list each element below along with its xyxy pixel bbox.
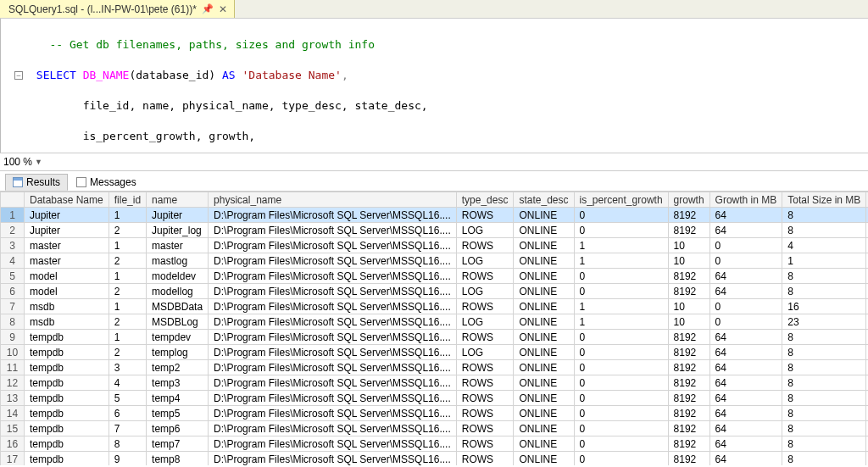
cell[interactable]: 64 — [709, 330, 782, 345]
cell[interactable]: D:\Program Files\Microsoft SQL Server\MS… — [209, 360, 457, 375]
cell[interactable]: 64 — [709, 345, 782, 360]
table-row[interactable]: 10tempdb2templogD:\Program Files\Microso… — [1, 345, 869, 360]
table-row[interactable]: 14tempdb6temp5D:\Program Files\Microsoft… — [1, 406, 869, 421]
rownum-header[interactable] — [1, 192, 25, 208]
cell[interactable]: D:\Program Files\Microsoft SQL Server\MS… — [209, 208, 457, 223]
cell[interactable]: 0 — [574, 345, 668, 360]
column-header[interactable]: is_percent_growth — [574, 192, 668, 208]
row-number[interactable]: 6 — [1, 284, 25, 299]
cell[interactable]: model — [25, 284, 109, 299]
cell[interactable]: master — [25, 253, 109, 269]
cell[interactable]: D:\Program Files\Microsoft SQL Server\MS… — [209, 269, 457, 284]
cell[interactable]: ROWS — [456, 238, 514, 253]
table-row[interactable]: 8msdb2MSDBLogD:\Program Files\Microsoft … — [1, 314, 869, 330]
column-header[interactable]: state_desc — [514, 192, 574, 208]
cell[interactable]: tempdb — [25, 436, 109, 452]
cell[interactable]: ROWS — [456, 436, 514, 452]
cell[interactable]: 8 — [782, 269, 866, 284]
cell[interactable]: D:\Program Files\Microsoft SQL Server\MS… — [209, 391, 457, 406]
cell[interactable]: ONLINE — [514, 436, 574, 452]
cell[interactable]: modellog — [147, 284, 209, 299]
cell[interactable]: master — [25, 238, 109, 253]
cell[interactable]: ROWS — [456, 269, 514, 284]
column-header[interactable]: growth — [668, 192, 709, 208]
cell[interactable]: 8 — [782, 421, 866, 436]
cell[interactable]: D:\Program Files\Microsoft SQL Server\MS… — [209, 421, 457, 436]
cell[interactable]: 0 — [709, 299, 782, 314]
cell[interactable]: 8 — [782, 436, 866, 452]
cell[interactable]: 1 — [574, 299, 668, 314]
cell[interactable]: tempdb — [25, 360, 109, 375]
cell[interactable]: 64 — [709, 391, 782, 406]
cell[interactable]: ONLINE — [514, 375, 574, 391]
cell[interactable]: 64 — [709, 269, 782, 284]
column-header[interactable]: name — [147, 192, 209, 208]
cell[interactable]: 0 — [574, 284, 668, 299]
row-number[interactable]: 17 — [1, 452, 25, 466]
cell[interactable]: temp4 — [147, 391, 209, 406]
table-row[interactable]: 13tempdb5temp4D:\Program Files\Microsoft… — [1, 391, 869, 406]
cell[interactable]: 0 — [574, 330, 668, 345]
cell[interactable]: 64 — [709, 223, 782, 238]
cell[interactable]: 8192 — [668, 330, 709, 345]
cell[interactable]: temp6 — [147, 421, 209, 436]
cell[interactable]: msdb — [25, 314, 109, 330]
cell[interactable]: 7 — [108, 421, 146, 436]
cell[interactable]: tempdb — [25, 345, 109, 360]
cell[interactable]: D:\Program Files\Microsoft SQL Server\MS… — [209, 299, 457, 314]
cell[interactable]: 8192 — [668, 284, 709, 299]
row-number[interactable]: 8 — [1, 314, 25, 330]
cell[interactable]: 1 — [108, 330, 146, 345]
cell[interactable]: 1 — [108, 269, 146, 284]
results-grid-container[interactable]: Database Namefile_idnamephysical_nametyp… — [0, 192, 868, 465]
cell[interactable]: 8192 — [668, 208, 709, 223]
document-tab[interactable]: SQLQuery1.sql - (l...IN-PW-01\pete (61))… — [0, 0, 235, 18]
column-header[interactable]: Database Name — [25, 192, 109, 208]
row-number[interactable]: 13 — [1, 391, 25, 406]
cell[interactable]: msdb — [25, 299, 109, 314]
cell[interactable]: tempdb — [25, 406, 109, 421]
cell[interactable]: ONLINE — [514, 223, 574, 238]
cell[interactable]: temp5 — [147, 406, 209, 421]
cell[interactable]: 16 — [782, 299, 866, 314]
cell[interactable]: master — [147, 238, 209, 253]
cell[interactable]: 8 — [782, 452, 866, 466]
cell[interactable]: ROWS — [456, 406, 514, 421]
row-number[interactable]: 9 — [1, 330, 25, 345]
cell[interactable]: 2 — [108, 284, 146, 299]
table-row[interactable]: 3master1masterD:\Program Files\Microsoft… — [1, 238, 869, 253]
cell[interactable]: LOG — [456, 345, 514, 360]
cell[interactable]: MSDBLog — [147, 314, 209, 330]
cell[interactable]: 8192 — [668, 406, 709, 421]
cell[interactable]: D:\Program Files\Microsoft SQL Server\MS… — [209, 452, 457, 466]
cell[interactable]: 8192 — [668, 223, 709, 238]
cell[interactable]: D:\Program Files\Microsoft SQL Server\MS… — [209, 238, 457, 253]
cell[interactable]: 2 — [108, 345, 146, 360]
table-row[interactable]: 17tempdb9temp8D:\Program Files\Microsoft… — [1, 452, 869, 466]
cell[interactable]: ROWS — [456, 375, 514, 391]
cell[interactable]: ROWS — [456, 330, 514, 345]
row-number[interactable]: 4 — [1, 253, 25, 269]
cell[interactable]: 8192 — [668, 360, 709, 375]
cell[interactable]: 5 — [108, 391, 146, 406]
row-number[interactable]: 11 — [1, 360, 25, 375]
cell[interactable]: ONLINE — [514, 345, 574, 360]
sql-editor[interactable]: -- Get db filenames, paths, sizes and gr… — [0, 19, 868, 153]
cell[interactable]: 0 — [574, 223, 668, 238]
cell[interactable]: 0 — [574, 436, 668, 452]
table-row[interactable]: 2Jupiter2Jupiter_logD:\Program Files\Mic… — [1, 223, 869, 238]
cell[interactable]: ROWS — [456, 452, 514, 466]
cell[interactable]: modeldev — [147, 269, 209, 284]
cell[interactable]: 8192 — [668, 436, 709, 452]
cell[interactable]: D:\Program Files\Microsoft SQL Server\MS… — [209, 253, 457, 269]
cell[interactable]: 0 — [574, 269, 668, 284]
column-header[interactable]: physical_name — [209, 192, 457, 208]
cell[interactable]: ONLINE — [514, 284, 574, 299]
cell[interactable]: 2 — [108, 223, 146, 238]
cell[interactable]: 8192 — [668, 269, 709, 284]
cell[interactable]: 0 — [574, 208, 668, 223]
cell[interactable]: 64 — [709, 406, 782, 421]
cell[interactable]: 64 — [709, 421, 782, 436]
cell[interactable]: 8 — [782, 345, 866, 360]
cell[interactable]: D:\Program Files\Microsoft SQL Server\MS… — [209, 223, 457, 238]
